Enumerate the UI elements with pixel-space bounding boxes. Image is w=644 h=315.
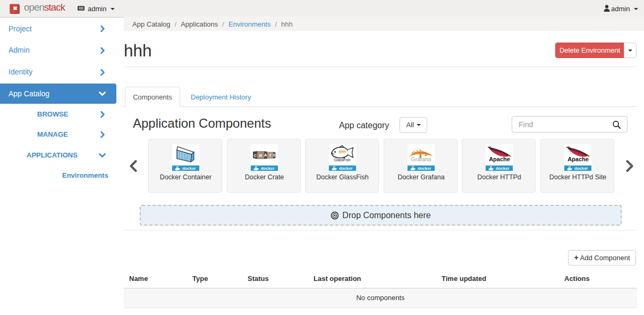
- svg-text:Apache: Apache: [567, 156, 589, 162]
- svg-text:GlassFish: GlassFish: [334, 158, 350, 162]
- svg-text:R: R: [259, 153, 262, 158]
- svg-text:Apache: Apache: [489, 156, 510, 162]
- svg-text:docker: docker: [339, 166, 353, 171]
- svg-text:docker: docker: [182, 166, 196, 171]
- svg-text:T: T: [269, 153, 272, 158]
- svg-text:docker: docker: [418, 166, 431, 171]
- svg-text:docker: docker: [261, 166, 275, 171]
- svg-text:docker: docker: [574, 166, 588, 171]
- svg-text:E: E: [273, 153, 276, 157]
- svg-text:Grafana: Grafana: [411, 156, 431, 162]
- svg-text:C: C: [253, 153, 257, 158]
- svg-text:docker: docker: [496, 166, 510, 171]
- svg-text:A: A: [264, 153, 267, 158]
